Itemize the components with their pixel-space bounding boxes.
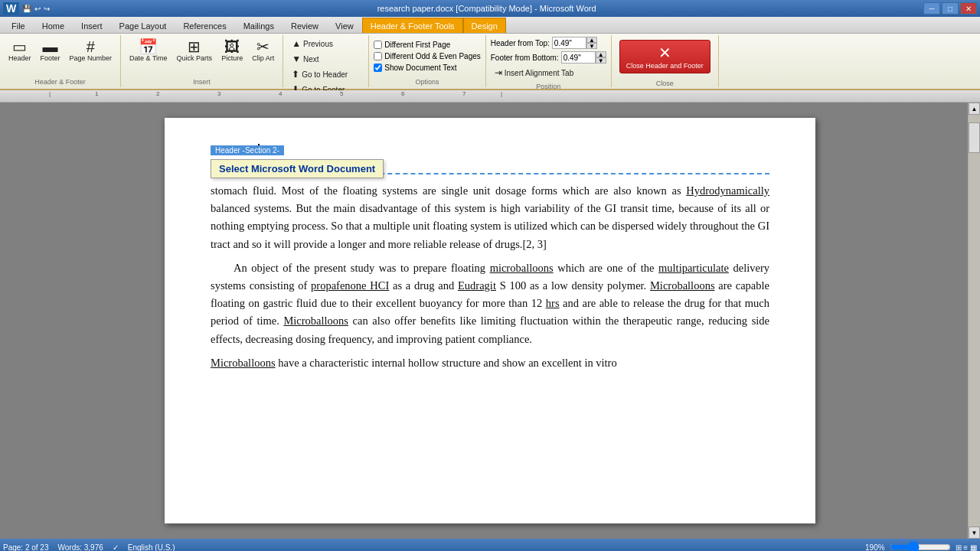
term-hydrodynamically: Hydrodynamically [686,184,769,197]
footer-from-bottom-input[interactable] [561,51,596,64]
close-group-label: Close [656,78,674,87]
picture-icon: 🖼 [224,39,240,54]
header-section-label: Header -Section 2- [211,145,284,155]
status-right: 190% ⊞ ≡ ▦ [865,543,977,551]
status-bar: Page: 2 of 23 Words: 3,976 ✓ English (U.… [0,539,980,551]
date-time-button[interactable]: 📅 Date & Time [126,37,172,64]
go-to-header-button[interactable]: ⬆ Go to Header [288,67,364,81]
tab-references[interactable]: References [175,18,234,33]
zoom-slider[interactable] [890,543,951,551]
quick-parts-icon: ⊞ [188,39,201,54]
show-doc-text-checkbox[interactable]: Show Document Text [374,64,480,72]
footer-icon: ▬ [43,39,58,54]
previous-button[interactable]: ▲ Previous [288,37,364,51]
title-bar-left: W 💾 ↩ ↪ [3,2,50,15]
spell-check-icon: ✓ [113,543,119,552]
vertical-scrollbar[interactable]: ▲ ▼ [968,103,980,539]
title-bar-controls: ─ □ ✕ [923,2,977,15]
document-area: Header -Section 2- Select Microsoft Word… [0,103,980,539]
term-propafenone: propafenone HCI [311,279,389,292]
quick-parts-button[interactable]: ⊞ Quick Parts [173,37,217,64]
header-from-top-down[interactable]: ▼ [586,43,597,49]
body-text[interactable]: stomach fluid. Most of the floating syst… [211,182,769,372]
header-from-top-label: Header from Top: [491,39,550,47]
scroll-down-button[interactable]: ▼ [969,527,980,539]
ribbon-group-close: ✕ Close Header and Footer Close [612,35,719,87]
tab-view[interactable]: View [327,18,362,33]
next-button[interactable]: ▼ Next [288,52,364,66]
ruler: | 1 2 3 4 5 6 7 | [0,90,980,103]
footer-button[interactable]: ▬ Footer [37,37,64,64]
quick-access-undo[interactable]: ↩ [34,5,41,13]
scroll-up-button[interactable]: ▲ [969,103,980,115]
date-time-icon: 📅 [139,39,158,54]
ribbon-group-header-footer: ▭ Header ▬ Footer # Page Number Header &… [0,35,121,87]
insert-group-label: Insert [193,77,211,86]
select-document-tooltip: Select Microsoft Word Document [211,159,384,178]
close-button[interactable]: ✕ [960,2,977,15]
zoom-level: 190% [865,543,885,552]
tab-review[interactable]: Review [283,18,327,33]
paragraph-1: stomach fluid. Most of the floating syst… [211,182,769,253]
close-hf-icon: ✕ [658,44,671,62]
tab-mailings[interactable]: Mailings [235,18,283,33]
header-from-top-input[interactable] [552,37,586,49]
term-microballoons-4: Microballoons [211,357,276,369]
tab-design[interactable]: Design [463,18,506,33]
quick-access-redo[interactable]: ↪ [44,5,50,13]
term-multiparticulate: multiparticulate [658,262,729,274]
tab-home[interactable]: Home [34,18,73,33]
header-area: Header -Section 2- Select Microsoft Word… [211,144,769,174]
diff-odd-even-checkbox[interactable]: Different Odd & Even Pages [374,52,480,60]
clip-art-button[interactable]: ✂ Clip Art [248,37,278,64]
options-group-label: Options [416,77,439,86]
word-count: Words: 3,976 [58,543,103,552]
align-tab-icon: ⇥ [495,67,502,78]
page-number-icon: # [87,39,95,54]
tab-insert[interactable]: Insert [73,18,111,33]
ribbon-group-position: Header from Top: ▲ ▼ Footer from Bottom:… [486,35,612,87]
insert-alignment-tab-button[interactable]: ⇥ Insert Alignment Tab [491,66,606,80]
position-group-label: Position [536,81,560,90]
ribbon-group-navigation: ▲ Previous ▼ Next ⬆ Go to Header ⬇ Go to… [283,35,369,87]
word-icon: W [3,2,19,15]
term-microballoons-2: Microballoons [650,279,715,292]
term-microballoons-1: microballoons [490,262,554,274]
clip-art-icon: ✂ [256,39,270,54]
previous-icon: ▲ [292,38,301,49]
footer-from-bottom-label: Footer from Bottom: [491,54,559,62]
term-eudragit: Eudragit [458,279,496,292]
close-header-footer-button[interactable]: ✕ Close Header and Footer [619,40,710,73]
page-number-button[interactable]: # Page Number [66,37,116,64]
term-microballoons-3: Microballoons [283,315,348,327]
diff-first-page-checkbox[interactable]: Different First Page [374,41,480,49]
page-count: Page: 2 of 23 [3,543,49,552]
minimize-button[interactable]: ─ [923,2,940,15]
term-hrs: hrs [546,297,560,309]
go-header-icon: ⬆ [292,69,299,80]
header-icon: ▭ [12,39,27,54]
window-title: research paper.docx [Compatibility Mode]… [50,4,923,13]
picture-button[interactable]: 🖼 Picture [217,37,247,64]
scroll-track [969,115,980,527]
quick-access-save[interactable]: 💾 [22,5,31,13]
footer-from-bottom-down[interactable]: ▼ [596,57,606,64]
tab-page-layout[interactable]: Page Layout [111,18,175,33]
scroll-thumb[interactable] [969,122,980,153]
ribbon-group-insert: 📅 Date & Time ⊞ Quick Parts 🖼 Picture ✂ … [121,35,283,87]
tab-file[interactable]: File [3,18,34,33]
tab-header-footer-tools[interactable]: Header & Footer Tools [362,18,463,33]
ribbon-tab-bar: File Home Insert Page Layout References … [0,17,980,34]
status-left: Page: 2 of 23 Words: 3,976 ✓ English (U.… [3,543,175,552]
language: English (U.S.) [128,543,175,552]
paragraph-3: Microballoons have a characteristic inte… [211,354,769,372]
header-content[interactable]: TABLET​ [211,144,769,156]
header-button[interactable]: ▭ Header [5,37,35,64]
title-bar: W 💾 ↩ ↪ research paper.docx [Compatibili… [0,0,980,17]
hf-group-label: Header & Footer [34,77,86,86]
view-mode-icons: ⊞ ≡ ▦ [956,543,977,552]
maximize-button[interactable]: □ [942,2,959,15]
document-page: Header -Section 2- Select Microsoft Word… [165,118,815,523]
next-icon: ▼ [292,54,301,64]
ribbon-group-options: Different First Page Different Odd & Eve… [369,35,485,87]
